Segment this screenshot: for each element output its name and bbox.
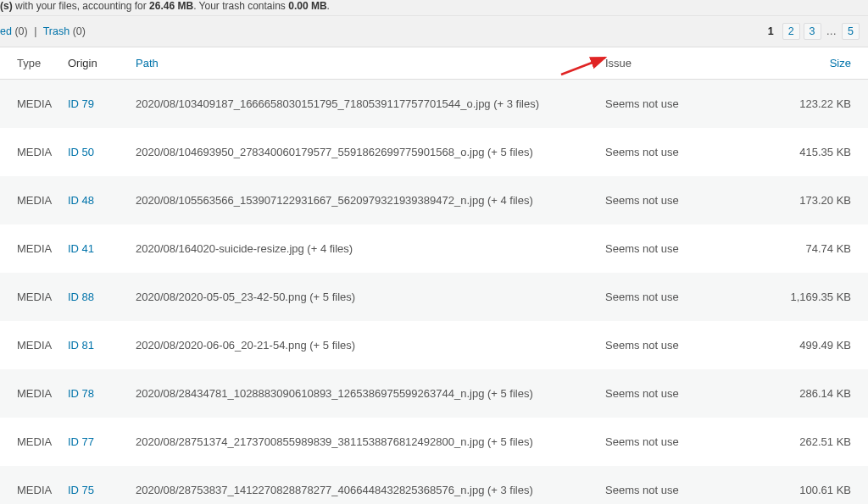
pager-last[interactable]: 5 xyxy=(842,23,860,40)
cell-size: 173.20 KB xyxy=(732,194,851,207)
pager: 1 2 3 … 5 xyxy=(763,23,865,40)
cell-origin: ID 88 xyxy=(68,291,136,303)
cell-type: MEDIA xyxy=(17,435,68,448)
cell-path: 2020/08/28434781_1028883090610893_126538… xyxy=(136,387,605,400)
cell-size: 123.22 KB xyxy=(732,97,851,110)
cell-type: MEDIA xyxy=(17,242,68,255)
table-row[interactable]: MEDIAID 502020/08/104693950_278340060179… xyxy=(0,128,868,176)
origin-link[interactable]: ID 81 xyxy=(68,339,94,352)
pager-page-2[interactable]: 2 xyxy=(782,23,800,40)
view-trash-count: (0) xyxy=(73,25,86,37)
cell-path: 2020/08/28753837_1412270828878277_406644… xyxy=(136,484,605,496)
cell-issue: Seems not use xyxy=(605,194,732,207)
cell-origin: ID 48 xyxy=(68,194,136,207)
cell-issue: Seems not use xyxy=(605,146,732,158)
table-row[interactable]: MEDIAID 752020/08/28753837_1412270828878… xyxy=(0,466,868,504)
table-row[interactable]: MEDIAID 482020/08/105563566_153907122931… xyxy=(0,176,868,224)
cell-origin: ID 50 xyxy=(68,146,136,158)
view-first-count: (0) xyxy=(14,25,27,37)
views: ed (0) | Trash (0) xyxy=(0,25,86,37)
cell-issue: Seems not use xyxy=(605,339,732,352)
cell-origin: ID 81 xyxy=(68,339,136,352)
cell-path: 2020/08/2020-05-05_23-42-50.png (+ 5 fil… xyxy=(136,291,605,303)
pager-current: 1 xyxy=(763,24,779,39)
origin-link[interactable]: ID 41 xyxy=(68,242,94,255)
cell-origin: ID 77 xyxy=(68,435,136,448)
cell-size: 74.74 KB xyxy=(732,242,851,255)
view-trash-link[interactable]: Trash xyxy=(43,25,70,37)
cell-path: 2020/08/105563566_153907122931667_562097… xyxy=(136,194,605,207)
table-row[interactable]: MEDIAID 812020/08/2020-06-06_20-21-54.pn… xyxy=(0,321,868,369)
col-header-issue: Issue xyxy=(605,57,732,69)
cell-origin: ID 41 xyxy=(68,242,136,255)
subbar: ed (0) | Trash (0) 1 2 3 … 5 xyxy=(0,16,868,47)
cell-type: MEDIA xyxy=(17,194,68,207)
cell-type: MEDIA xyxy=(17,484,68,496)
cell-issue: Seems not use xyxy=(605,97,732,110)
table-row[interactable]: MEDIAID 772020/08/28751374_2173700855989… xyxy=(0,418,868,466)
status-trash: 0.00 MB xyxy=(288,0,326,12)
cell-issue: Seems not use xyxy=(605,242,732,255)
cell-type: MEDIA xyxy=(17,387,68,400)
view-first-label: ed xyxy=(0,25,12,37)
cell-issue: Seems not use xyxy=(605,387,732,400)
cell-issue: Seems not use xyxy=(605,484,732,496)
view-first-link[interactable]: ed xyxy=(0,25,12,37)
cell-type: MEDIA xyxy=(17,146,68,158)
col-header-type: Type xyxy=(17,57,68,69)
col-header-path[interactable]: Path xyxy=(136,57,605,69)
origin-link[interactable]: ID 78 xyxy=(68,387,94,400)
cell-path: 2020/08/2020-06-06_20-21-54.png (+ 5 fil… xyxy=(136,339,605,352)
view-trash-label: Trash xyxy=(43,25,70,37)
cell-size: 415.35 KB xyxy=(732,146,851,158)
origin-link[interactable]: ID 88 xyxy=(68,291,94,303)
cell-type: MEDIA xyxy=(17,339,68,352)
cell-origin: ID 79 xyxy=(68,97,136,110)
cell-size: 286.14 KB xyxy=(732,387,851,400)
cell-path: 2020/08/164020-suicide-resize.jpg (+ 4 f… xyxy=(136,242,605,255)
table-header: Type Origin Path Issue Size xyxy=(0,47,868,80)
table-row[interactable]: MEDIAID 792020/08/103409187_166665803015… xyxy=(0,80,868,128)
cell-path: 2020/08/28751374_2173700855989839_381153… xyxy=(136,435,605,448)
cell-path: 2020/08/103409187_1666658030151795_71805… xyxy=(136,97,605,110)
status-prefix: (s) xyxy=(0,0,13,12)
pager-dots: … xyxy=(825,25,839,37)
table-row[interactable]: MEDIAID 882020/08/2020-05-05_23-42-50.pn… xyxy=(0,273,868,321)
col-header-size[interactable]: Size xyxy=(732,57,851,69)
status-size: 26.46 MB xyxy=(149,0,193,12)
cell-size: 100.61 KB xyxy=(732,484,851,496)
origin-link[interactable]: ID 77 xyxy=(68,435,94,448)
origin-link[interactable]: ID 75 xyxy=(68,484,94,496)
cell-size: 499.49 KB xyxy=(732,339,851,352)
col-header-origin: Origin xyxy=(68,57,136,69)
status-mid2: . Your trash contains xyxy=(193,0,288,12)
table-row[interactable]: MEDIAID 782020/08/28434781_1028883090610… xyxy=(0,369,868,418)
cell-issue: Seems not use xyxy=(605,435,732,448)
status-mid1: with your files, accounting for xyxy=(13,0,149,12)
origin-link[interactable]: ID 50 xyxy=(68,146,94,158)
pager-page-3[interactable]: 3 xyxy=(804,23,821,40)
cell-origin: ID 75 xyxy=(68,484,136,496)
table: Type Origin Path Issue Size MEDIAID 7920… xyxy=(0,47,868,504)
status-line: (s) with your files, accounting for 26.4… xyxy=(0,0,868,16)
cell-size: 262.51 KB xyxy=(732,435,851,448)
cell-size: 1,169.35 KB xyxy=(732,291,851,303)
view-sep: | xyxy=(31,25,40,37)
cell-origin: ID 78 xyxy=(68,387,136,400)
cell-type: MEDIA xyxy=(17,291,68,303)
status-suffix: . xyxy=(327,0,330,12)
cell-issue: Seems not use xyxy=(605,291,732,303)
origin-link[interactable]: ID 79 xyxy=(68,97,94,110)
cell-type: MEDIA xyxy=(17,97,68,110)
origin-link[interactable]: ID 48 xyxy=(68,194,94,207)
cell-path: 2020/08/104693950_278340060179577_559186… xyxy=(136,146,605,158)
table-row[interactable]: MEDIAID 412020/08/164020-suicide-resize.… xyxy=(0,224,868,273)
